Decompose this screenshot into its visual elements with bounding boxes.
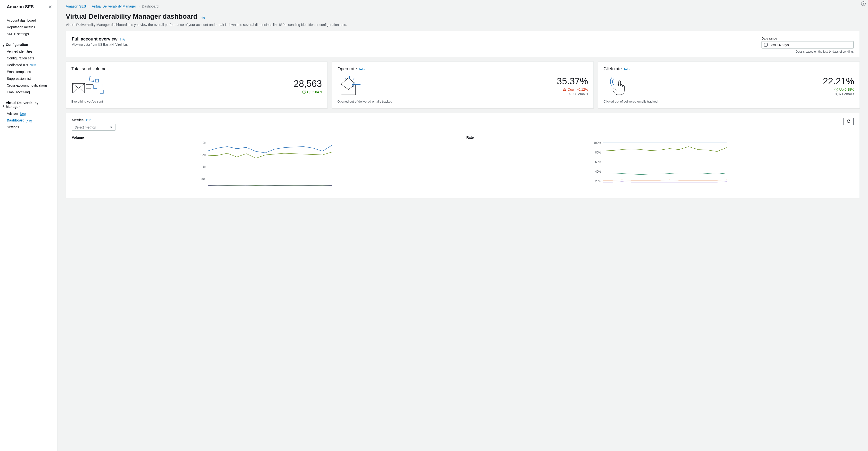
svg-text:1.5K: 1.5K	[200, 153, 207, 157]
svg-rect-3	[89, 76, 94, 82]
svg-text:100%: 100%	[593, 141, 601, 144]
nav-email-templates[interactable]: Email templates	[0, 68, 57, 75]
nav-dashboard[interactable]: Dashboard New	[0, 117, 57, 124]
nav-smtp-settings[interactable]: SMTP settings	[0, 31, 57, 37]
nav-verified-identities[interactable]: Verified identities	[0, 48, 57, 55]
info-link[interactable]: Info	[120, 38, 125, 41]
close-icon[interactable]: ✕	[48, 5, 53, 9]
nav-vdm-group: Virtual Deliverability Manager Advisor N…	[0, 99, 57, 130]
info-link[interactable]: Info	[359, 68, 365, 71]
overview-subtitle: Viewing data from US East (N. Virginia).	[72, 43, 128, 46]
card-title: Open rate	[337, 66, 357, 71]
chevron-right-icon: ›	[138, 4, 140, 8]
info-link[interactable]: Info	[200, 16, 205, 20]
nav-reputation-metrics[interactable]: Reputation metrics	[0, 24, 57, 31]
card-click-rate: Click rate Info 22.21%	[598, 61, 860, 108]
overview-left: Full account overview Info Viewing data …	[72, 37, 128, 53]
nav-cross-account[interactable]: Cross-account notifications	[0, 82, 57, 89]
nav-email-receiving[interactable]: Email receiving	[0, 89, 57, 96]
page-description: Virtual Deliverability Manager dashboard…	[58, 21, 868, 31]
chevron-down-icon	[2, 43, 5, 46]
click-hand-icon	[603, 75, 635, 97]
nav-item-label: Dedicated IPs	[7, 63, 28, 67]
metrics-panel: Metrics Info Select metrics ▼ Volum	[66, 113, 860, 198]
envelope-send-icon	[71, 75, 105, 97]
main-content: i Amazon SES › Virtual Deliverability Ma…	[58, 0, 868, 451]
check-circle-icon: ✓	[835, 88, 838, 91]
refresh-button[interactable]	[843, 118, 854, 125]
date-range-label: Date range	[762, 37, 854, 40]
calendar-icon	[764, 43, 768, 46]
refresh-icon	[847, 120, 850, 123]
svg-text:60%: 60%	[595, 160, 601, 164]
card-footer: Opened out of delivered emails tracked	[337, 100, 588, 103]
nav-settings[interactable]: Settings	[0, 124, 57, 130]
svg-rect-6	[100, 84, 103, 87]
nav-section-vdm[interactable]: Virtual Deliverability Manager	[0, 99, 57, 110]
check-circle-icon: ✓	[302, 90, 306, 94]
date-range-select[interactable]: Last 14 days	[762, 41, 854, 49]
chevron-down-icon	[2, 103, 5, 106]
nav-section-label: Configuration	[6, 43, 28, 46]
info-icon[interactable]: i	[861, 1, 866, 6]
svg-text:2K: 2K	[203, 141, 207, 144]
nav-suppression-list[interactable]: Suppression list	[0, 75, 57, 82]
click-trend: ✓ Up 0.18%	[823, 88, 854, 91]
nav-section-label: Virtual Deliverability Manager	[6, 101, 53, 109]
chevron-right-icon: ›	[88, 4, 90, 8]
click-rate-value: 22.21%	[823, 76, 854, 87]
overview-panel: Full account overview Info Viewing data …	[66, 31, 860, 57]
new-badge: New	[20, 112, 26, 116]
svg-rect-5	[94, 85, 97, 89]
metrics-title: Metrics	[72, 118, 84, 122]
metrics-header: Metrics Info Select metrics ▼	[72, 118, 854, 131]
svg-text:20%: 20%	[595, 180, 601, 183]
open-trend: Down -0.12%	[557, 88, 588, 91]
charts-row: Volume 5001K1.5K2K Rate 20%40%60%80%100%	[72, 135, 854, 193]
rate-chart-svg: 20%40%60%80%100%	[466, 141, 854, 192]
card-total-send: Total send volume	[66, 61, 328, 108]
date-range-value: Last 14 days	[770, 43, 789, 47]
warning-icon	[563, 88, 566, 91]
trend-text: Down -0.12%	[568, 88, 588, 91]
sidebar-header: Amazon SES ✕	[0, 0, 57, 13]
overview-right: Date range Last 14 days Data is based on…	[762, 37, 854, 53]
card-open-rate: Open rate Info	[332, 61, 594, 108]
volume-chart-svg: 5001K1.5K2K	[72, 141, 459, 192]
envelope-open-icon	[337, 75, 364, 97]
nav-configuration-sets[interactable]: Configuration sets	[0, 55, 57, 62]
nav-configuration-group: Configuration Verified identities Config…	[0, 41, 57, 96]
info-link[interactable]: Info	[86, 119, 91, 122]
service-title: Amazon SES	[7, 4, 34, 9]
svg-text:40%: 40%	[595, 170, 601, 173]
trend-text: Up 0.18%	[839, 88, 854, 91]
card-footer: Clicked out of delivered emails tracked	[603, 100, 854, 103]
stat-cards-row: Total send volume	[66, 61, 860, 108]
breadcrumb-root[interactable]: Amazon SES	[66, 4, 86, 8]
nav-section-configuration[interactable]: Configuration	[0, 41, 57, 48]
open-emails-count: 4,990 emails	[557, 92, 588, 96]
select-placeholder: Select metrics	[74, 125, 96, 129]
rate-chart: Rate 20%40%60%80%100%	[466, 135, 854, 193]
send-volume-value: 28,563	[294, 78, 322, 89]
open-rate-value: 35.37%	[557, 76, 588, 87]
select-metrics-dropdown[interactable]: Select metrics ▼	[72, 124, 116, 131]
nav-item-label: Dashboard	[7, 118, 25, 122]
chart-title: Volume	[72, 135, 459, 139]
svg-rect-4	[96, 79, 98, 82]
nav-advisor[interactable]: Advisor New	[0, 110, 57, 117]
svg-line-9	[345, 78, 346, 80]
card-title: Total send volume	[71, 66, 106, 71]
info-link[interactable]: Info	[624, 68, 629, 71]
page-header: Virtual Deliverability Manager dashboard…	[58, 10, 868, 21]
send-trend: ✓ Up 2.64%	[294, 90, 322, 94]
breadcrumb-vdm[interactable]: Virtual Deliverability Manager	[92, 4, 136, 8]
overview-title: Full account overview	[72, 37, 117, 41]
nav-top-group: Account dashboard Reputation metrics SMT…	[0, 17, 57, 37]
click-emails-count: 3,071 emails	[823, 92, 854, 96]
card-footer: Everything you've sent	[71, 100, 322, 103]
nav-account-dashboard[interactable]: Account dashboard	[0, 17, 57, 24]
volume-chart: Volume 5001K1.5K2K	[72, 135, 459, 193]
nav-dedicated-ips[interactable]: Dedicated IPs New	[0, 62, 57, 68]
svg-line-10	[353, 78, 354, 80]
